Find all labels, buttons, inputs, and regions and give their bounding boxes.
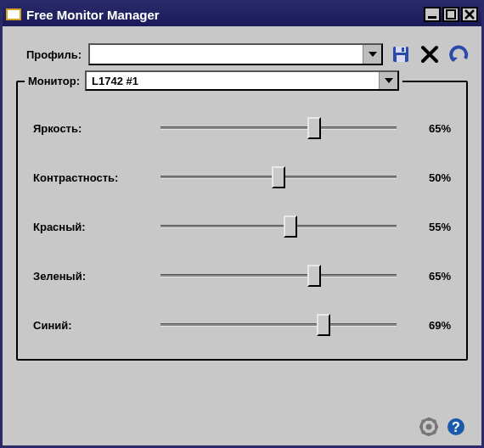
slider-thumb[interactable] (284, 216, 297, 238)
green-row: Зеленый: 65% (33, 266, 451, 286)
svg-rect-5 (402, 48, 404, 52)
help-button[interactable]: ? (446, 417, 466, 437)
window-title: Free Monitor Manager (26, 8, 422, 22)
svg-rect-0 (428, 16, 436, 19)
green-label: Зеленый: (33, 270, 160, 283)
slider-track (160, 225, 397, 228)
slider-thumb[interactable] (317, 314, 330, 336)
save-icon (391, 45, 410, 64)
footer-icons: ? (419, 417, 466, 437)
svg-line-13 (433, 431, 436, 434)
brightness-row: Яркость: 65% (33, 118, 451, 138)
save-button[interactable] (390, 43, 412, 65)
brightness-label: Яркость: (33, 122, 160, 135)
slider-track (160, 323, 397, 327)
svg-rect-4 (397, 55, 405, 62)
red-value: 55% (397, 221, 451, 233)
svg-line-14 (433, 420, 436, 423)
green-value: 65% (397, 270, 451, 283)
profile-row: Профиль: (26, 43, 470, 65)
svg-rect-3 (396, 47, 406, 53)
content-area: Профиль: (3, 26, 481, 445)
settings-button[interactable] (419, 417, 439, 437)
svg-text:?: ? (452, 420, 460, 434)
titlebar[interactable]: Free Monitor Manager (3, 3, 481, 26)
svg-line-12 (422, 420, 425, 423)
blue-label: Синий: (33, 319, 160, 332)
brightness-value: 65% (397, 122, 451, 135)
monitor-label: Монитор: (28, 75, 80, 87)
gear-icon (419, 417, 438, 436)
contrast-slider[interactable] (160, 167, 397, 188)
sliders-container: Яркость: 65% Контрастность: 50% Красный:… (33, 118, 451, 335)
delete-icon (420, 45, 439, 64)
chevron-down-icon[interactable] (363, 45, 381, 64)
blue-row: Синий: 69% (33, 315, 451, 335)
blue-value: 69% (397, 319, 451, 332)
minimize-button[interactable] (424, 7, 441, 22)
app-icon (6, 8, 21, 20)
slider-thumb[interactable] (272, 166, 285, 188)
chevron-down-icon[interactable] (379, 72, 397, 89)
monitor-group: Монитор: L1742 #1 Яркость: 65% Контрастн… (16, 81, 468, 361)
slider-track (160, 126, 397, 130)
slider-thumb[interactable] (307, 117, 321, 139)
monitor-legend: Монитор: L1742 #1 (25, 70, 402, 91)
contrast-row: Контрастность: 50% (33, 167, 451, 188)
red-label: Красный: (33, 221, 160, 233)
contrast-label: Контрастность: (33, 171, 160, 184)
svg-rect-1 (447, 10, 455, 19)
undo-button[interactable] (447, 43, 470, 65)
green-slider[interactable] (160, 266, 397, 286)
contrast-value: 50% (397, 171, 451, 184)
application-window: Free Monitor Manager Профиль: (0, 0, 484, 448)
brightness-slider[interactable] (160, 118, 397, 138)
delete-button[interactable] (419, 43, 441, 65)
red-row: Красный: 55% (33, 216, 451, 237)
maximize-button[interactable] (442, 7, 459, 22)
svg-point-7 (426, 424, 432, 430)
red-slider[interactable] (160, 216, 397, 237)
slider-track (160, 274, 397, 277)
close-button[interactable] (461, 7, 478, 22)
help-icon: ? (447, 417, 465, 436)
monitor-value: L1742 #1 (87, 75, 379, 87)
slider-thumb[interactable] (307, 265, 321, 287)
profile-label: Профиль: (26, 48, 82, 61)
blue-slider[interactable] (160, 315, 397, 335)
monitor-combo[interactable]: L1742 #1 (85, 70, 399, 91)
undo-icon (448, 45, 469, 64)
profile-combo[interactable] (88, 43, 383, 65)
svg-line-15 (422, 431, 425, 434)
